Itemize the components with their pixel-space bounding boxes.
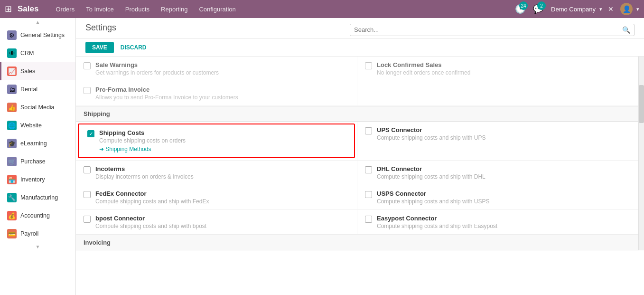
sale-warnings-desc: Get warnings in orders for products or c…: [95, 69, 349, 76]
sidebar-item-accounting[interactable]: 💰 Accounting: [0, 207, 75, 225]
cell-shipping-costs: ✓ Shipping Costs Compute shipping costs …: [76, 122, 357, 160]
sidebar-item-social-media[interactable]: 👍 Social Media: [0, 98, 75, 116]
fedex-desc: Compute shipping costs and ship with Fed…: [95, 198, 349, 205]
scroll-up-indicator: ▲: [0, 18, 75, 26]
fedex-checkbox[interactable]: [84, 191, 91, 198]
activity-icon[interactable]: 🕐 24: [515, 4, 525, 14]
ups-info: UPS Connector Compute shipping costs and…: [377, 126, 631, 141]
sidebar-label: Manufacturing: [20, 194, 58, 201]
accounting-icon: 💰: [7, 211, 17, 220]
close-icon[interactable]: ✕: [608, 5, 614, 13]
sales-icon: 📈: [7, 67, 17, 76]
dhl-desc: Compute shipping costs and ship with DHL: [377, 173, 631, 180]
sidebar-label: Social Media: [20, 104, 55, 111]
usps-desc: Compute shipping costs and ship with USP…: [377, 198, 631, 205]
nav-configuration[interactable]: Configuration: [194, 4, 240, 15]
fedex-info: FedEx Connector Compute shipping costs a…: [95, 190, 349, 205]
nav-links: Orders To Invoice Products Reporting Con…: [51, 4, 512, 15]
incoterms-checkbox[interactable]: [84, 166, 91, 173]
sidebar-item-crm[interactable]: 👁 CRM: [0, 44, 75, 62]
cell-sale-warnings: Sale Warnings Get warnings in orders for…: [76, 57, 357, 81]
company-name[interactable]: Demo Company: [551, 6, 596, 13]
messages-badge: 2: [537, 1, 546, 10]
nav-to-invoice[interactable]: To Invoice: [81, 4, 119, 15]
usps-title: USPS Connector: [377, 190, 631, 197]
cell-ups-connector: UPS Connector Compute shipping costs and…: [357, 122, 638, 160]
ups-checkbox[interactable]: [365, 127, 372, 134]
avatar[interactable]: 👤: [620, 3, 633, 15]
sidebar-item-rental[interactable]: 🗂 Rental: [0, 80, 75, 98]
cell-fedex-connector: FedEx Connector Compute shipping costs a…: [76, 185, 357, 209]
settings-row-warnings: Sale Warnings Get warnings in orders for…: [76, 57, 638, 81]
sidebar-item-general-settings[interactable]: ⚙ General Settings: [0, 26, 75, 44]
vertical-scrollbar[interactable]: [638, 57, 644, 250]
shipping-costs-desc: Compute shipping costs on orders: [99, 137, 345, 144]
content-area: Settings 🔍 SAVE DISCARD Sal: [76, 18, 644, 295]
sidebar-label: eLearning: [20, 140, 47, 147]
nav-right: 🕐 24 💬 2 Demo Company ▾ ✕ 👤 ▾: [515, 3, 639, 15]
sidebar-item-manufacturing[interactable]: 🔧 Manufacturing: [0, 189, 75, 207]
proforma-desc: Allows you to send Pro-Forma Invoice to …: [95, 94, 349, 101]
bpost-checkbox[interactable]: [84, 216, 91, 223]
sidebar-label: Accounting: [20, 212, 50, 219]
payroll-icon: 💳: [7, 229, 17, 238]
cell-dhl-connector: DHL Connector Compute shipping costs and…: [357, 161, 638, 185]
dhl-checkbox[interactable]: [365, 166, 372, 173]
sidebar-item-elearning[interactable]: 🎓 eLearning: [0, 134, 75, 152]
grid-icon[interactable]: ⊞: [5, 4, 12, 14]
usps-checkbox[interactable]: [365, 191, 372, 198]
search-box: 🔍: [350, 24, 635, 36]
settings-row-bpost: bpost Connector Compute shipping costs a…: [76, 210, 638, 235]
shipping-costs-checkbox[interactable]: ✓: [87, 130, 94, 137]
sidebar-label: General Settings: [20, 32, 65, 38]
sidebar-item-inventory[interactable]: 🏪 Inventory: [0, 171, 75, 189]
scroll-content: Sale Warnings Get warnings in orders for…: [76, 57, 644, 295]
settings-row-proforma: Pro-Forma Invoice Allows you to send Pro…: [76, 81, 638, 106]
search-input[interactable]: [354, 26, 622, 33]
cell-empty: [357, 81, 638, 105]
action-bar: SAVE DISCARD: [76, 39, 644, 57]
save-button[interactable]: SAVE: [85, 42, 114, 53]
sidebar-label: Rental: [20, 86, 37, 93]
shipping-methods-link[interactable]: ➜ Shipping Methods: [99, 146, 345, 152]
avatar-dropdown-icon[interactable]: ▾: [636, 6, 639, 12]
lock-confirmed-checkbox[interactable]: [365, 62, 372, 69]
sale-warnings-info: Sale Warnings Get warnings in orders for…: [95, 61, 349, 76]
sale-warnings-checkbox[interactable]: [84, 62, 91, 69]
company-dropdown-icon[interactable]: ▾: [599, 6, 602, 12]
easypost-info: Easypost Connector Compute shipping cost…: [377, 215, 631, 229]
cell-bpost-connector: bpost Connector Compute shipping costs a…: [76, 210, 357, 234]
sidebar-item-purchase[interactable]: 🛒 Purchase: [0, 152, 75, 171]
nav-orders[interactable]: Orders: [51, 4, 79, 15]
settings-main: Sale Warnings Get warnings in orders for…: [76, 57, 638, 250]
cell-proforma: Pro-Forma Invoice Allows you to send Pro…: [76, 81, 357, 105]
website-icon: 🌐: [7, 121, 17, 130]
lock-confirmed-title: Lock Confirmed Sales: [377, 61, 631, 68]
sidebar-item-website[interactable]: 🌐 Website: [0, 116, 75, 134]
settings-top-bar: Settings 🔍: [76, 18, 644, 39]
proforma-title: Pro-Forma Invoice: [95, 86, 349, 93]
activity-badge: 24: [519, 1, 528, 10]
discard-button[interactable]: DISCARD: [118, 42, 149, 53]
scroll-down-indicator: ▼: [0, 243, 75, 251]
sidebar-item-sales[interactable]: 📈 Sales: [0, 62, 75, 80]
scrollbar-thumb[interactable]: [639, 85, 644, 123]
sidebar-label: Website: [20, 122, 42, 129]
easypost-checkbox[interactable]: [365, 216, 372, 223]
elearning-icon: 🎓: [7, 139, 17, 148]
rental-icon: 🗂: [7, 85, 17, 94]
sidebar-item-payroll[interactable]: 💳 Payroll: [0, 225, 75, 243]
proforma-info: Pro-Forma Invoice Allows you to send Pro…: [95, 86, 349, 101]
proforma-checkbox[interactable]: [84, 87, 91, 94]
sidebar-label: CRM: [20, 50, 34, 57]
page-title: Settings: [85, 23, 350, 33]
incoterms-info: Incoterms Display incoterms on orders & …: [95, 165, 349, 180]
messages-icon[interactable]: 💬 2: [533, 4, 543, 14]
nav-reporting[interactable]: Reporting: [156, 4, 192, 15]
settings-row-incoterms: Incoterms Display incoterms on orders & …: [76, 161, 638, 185]
ups-title: UPS Connector: [377, 126, 631, 133]
settings-row-shipping-costs: ✓ Shipping Costs Compute shipping costs …: [76, 122, 638, 161]
app-title: Sales: [18, 4, 38, 14]
nav-products[interactable]: Products: [121, 4, 154, 15]
shipping-costs-title: Shipping Costs: [99, 129, 345, 136]
